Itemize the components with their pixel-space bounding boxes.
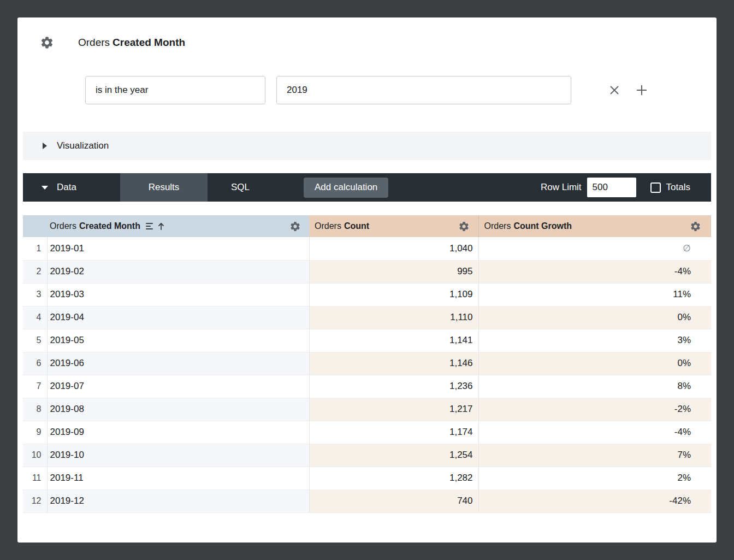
table-row: 8 2019-08 1,217 -2% <box>23 398 711 421</box>
row-number-cell: 7 <box>23 375 47 398</box>
table-header-row: Orders Created Month <box>23 215 711 237</box>
table-row: 9 2019-09 1,174 -4% <box>23 421 711 444</box>
count-cell[interactable]: 995 <box>309 260 478 283</box>
count-cell[interactable]: 1,109 <box>309 283 478 306</box>
month-cell[interactable]: 2019-03 <box>47 283 309 306</box>
row-number-cell: 10 <box>23 444 47 467</box>
sort-lines-icon <box>145 222 153 230</box>
count-cell[interactable]: 1,217 <box>309 398 478 421</box>
visualization-section-toggle[interactable]: Visualization <box>23 132 711 160</box>
gear-icon <box>289 221 301 232</box>
explore-header: OrdersCreated Month <box>39 35 717 50</box>
row-limit-input[interactable] <box>587 178 636 197</box>
tab-sql[interactable]: SQL <box>208 173 273 202</box>
growth-header-bold: Count Growth <box>513 221 572 231</box>
growth-cell[interactable]: 7% <box>478 444 711 467</box>
count-cell[interactable]: 1,174 <box>309 421 478 444</box>
growth-cell[interactable]: -4% <box>478 260 711 283</box>
month-cell[interactable]: 2019-09 <box>47 421 309 444</box>
dimension-header-regular: Orders <box>50 221 76 231</box>
growth-cell[interactable]: 0% <box>478 306 711 329</box>
growth-cell[interactable]: 0% <box>478 352 711 375</box>
growth-cell[interactable]: 8% <box>478 375 711 398</box>
count-header-regular: Orders <box>315 221 341 231</box>
remove-filter-button[interactable] <box>606 82 623 98</box>
field-settings-button[interactable] <box>39 35 55 50</box>
month-cell[interactable]: 2019-05 <box>47 329 309 352</box>
data-label: Data <box>57 182 76 193</box>
count-cell[interactable]: 1,146 <box>309 352 478 375</box>
growth-gear-button[interactable] <box>688 219 703 234</box>
page-title: OrdersCreated Month <box>78 37 185 49</box>
growth-cell[interactable]: ∅ <box>478 237 711 260</box>
table-row: 4 2019-04 1,110 0% <box>23 306 711 329</box>
count-cell[interactable]: 1,141 <box>309 329 478 352</box>
month-cell[interactable]: 2019-06 <box>47 352 309 375</box>
month-cell[interactable]: 2019-02 <box>47 260 309 283</box>
count-header-bold: Count <box>344 221 369 231</box>
month-cell[interactable]: 2019-12 <box>47 490 309 512</box>
row-number-cell: 1 <box>23 237 47 260</box>
count-cell[interactable]: 1,282 <box>309 467 478 490</box>
gear-icon <box>40 36 54 50</box>
gear-icon <box>458 221 470 232</box>
table-row: 7 2019-07 1,236 8% <box>23 375 711 398</box>
dimension-column-header[interactable]: Orders Created Month <box>47 215 309 237</box>
table-row: 11 2019-11 1,282 2% <box>23 467 711 490</box>
count-cell[interactable]: 1,040 <box>309 237 478 260</box>
month-cell[interactable]: 2019-04 <box>47 306 309 329</box>
filter-value-input[interactable] <box>276 76 571 104</box>
growth-cell[interactable]: 3% <box>478 329 711 352</box>
tab-results[interactable]: Results <box>120 173 208 202</box>
row-number-cell: 9 <box>23 421 47 444</box>
row-number-header <box>23 215 47 237</box>
close-icon <box>607 83 621 97</box>
totals-label[interactable]: Totals <box>666 182 690 193</box>
growth-cell[interactable]: -4% <box>478 421 711 444</box>
tab-sql-label: SQL <box>231 182 250 193</box>
table-body: 1 2019-01 1,040 ∅ 2 2019-02 995 -4% 3 20… <box>23 237 711 512</box>
growth-cell[interactable]: -2% <box>478 398 711 421</box>
month-cell[interactable]: 2019-01 <box>47 237 309 260</box>
count-gear-button[interactable] <box>457 219 472 234</box>
data-section-toggle[interactable]: Data <box>23 173 120 202</box>
growth-cell[interactable]: 11% <box>478 283 711 306</box>
visualization-label: Visualization <box>57 140 109 151</box>
row-limit-label: Row Limit <box>541 182 582 193</box>
month-cell[interactable]: 2019-08 <box>47 398 309 421</box>
row-number-cell: 3 <box>23 283 47 306</box>
add-calculation-button[interactable]: Add calculation <box>304 178 388 198</box>
totals-checkbox[interactable] <box>650 182 661 193</box>
explore-card: OrdersCreated Month Visualization Data R… <box>17 17 717 543</box>
row-number-cell: 4 <box>23 306 47 329</box>
count-cell[interactable]: 1,110 <box>309 306 478 329</box>
table-row: 5 2019-05 1,141 3% <box>23 329 711 352</box>
growth-header-regular: Orders <box>484 221 511 231</box>
count-cell[interactable]: 740 <box>309 490 478 512</box>
row-number-cell: 12 <box>23 490 47 512</box>
page-title-bold: Created Month <box>113 37 185 48</box>
table-row: 3 2019-03 1,109 11% <box>23 283 711 306</box>
month-cell[interactable]: 2019-07 <box>47 375 309 398</box>
growth-cell[interactable]: 2% <box>478 467 711 490</box>
dimension-gear-button[interactable] <box>287 219 303 234</box>
count-cell[interactable]: 1,236 <box>309 375 478 398</box>
row-number-cell: 11 <box>23 467 47 490</box>
growth-column-header[interactable]: Orders Count Growth <box>478 215 711 237</box>
table-row: 1 2019-01 1,040 ∅ <box>23 237 711 260</box>
filter-condition-input[interactable] <box>85 76 265 104</box>
count-cell[interactable]: 1,254 <box>309 444 478 467</box>
count-column-header[interactable]: Orders Count <box>309 215 478 237</box>
caret-right-icon <box>43 143 47 149</box>
table-row: 12 2019-12 740 -42% <box>23 490 711 512</box>
growth-cell[interactable]: -42% <box>478 490 711 512</box>
page-title-regular: Orders <box>78 37 110 48</box>
add-filter-button[interactable] <box>634 82 650 98</box>
row-number-cell: 5 <box>23 329 47 352</box>
dimension-header-bold: Created Month <box>79 221 140 231</box>
month-cell[interactable]: 2019-10 <box>47 444 309 467</box>
gear-icon <box>690 221 701 232</box>
month-cell[interactable]: 2019-11 <box>47 467 309 490</box>
tab-results-label: Results <box>149 182 180 193</box>
table-row: 2 2019-02 995 -4% <box>23 260 711 283</box>
